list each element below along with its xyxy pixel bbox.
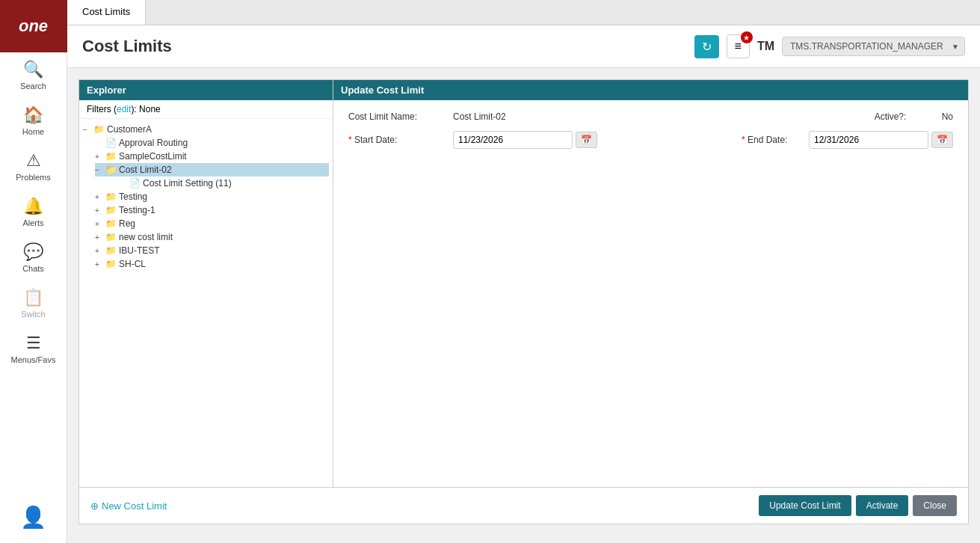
folder-icon: 📁 [93, 124, 105, 135]
sidebar-item-chats[interactable]: 💬 Chats [0, 235, 67, 280]
search-icon: 🔍 [23, 60, 43, 79]
active-value: No [942, 111, 953, 122]
end-date-group: 📅 [809, 131, 953, 149]
new-cost-limit-link[interactable]: ⊕ New Cost Limit [90, 500, 167, 512]
chat-icon: 💬 [23, 242, 43, 262]
folder-icon: 📁 [105, 205, 117, 215]
explorer-panel: Explorer Filters (edit): None − 📁 Custom… [79, 80, 333, 487]
end-date-input[interactable] [809, 131, 928, 149]
sidebar-item-label: Chats [22, 264, 44, 273]
page-header: Cost Limits ↻ ≡ ★ TM TMS.TRANSPORTATION_… [67, 25, 980, 68]
folder-icon: 📁 [105, 165, 117, 175]
app-logo[interactable]: one [0, 0, 67, 52]
filters-edit-link[interactable]: edit [117, 104, 131, 114]
warning-icon: ⚠ [26, 151, 41, 171]
panel-body: Explorer Filters (edit): None − 📁 Custom… [79, 80, 968, 487]
switch-icon: 📋 [23, 288, 43, 307]
form-header: Update Cost Limit [333, 80, 968, 100]
start-date-input[interactable] [453, 131, 573, 149]
tab-bar: Cost Limits [67, 0, 980, 25]
page-title: Cost Limits [82, 37, 694, 56]
form-body: Cost Limit Name: Cost Limit-02 Active?: … [333, 100, 968, 169]
tree-toggle: − [95, 166, 105, 174]
explorer-header: Explorer [79, 80, 333, 100]
tree-toggle: + [95, 206, 105, 215]
plus-icon: ⊕ [90, 500, 99, 512]
content-area: Explorer Filters (edit): None − 📁 Custom… [67, 68, 980, 543]
folder-icon: 📁 [105, 151, 117, 162]
folder-icon: 📁 [105, 232, 117, 242]
tree-item-new-cost-limit[interactable]: + 📁 new cost limit [95, 230, 329, 244]
sidebar-item-menus[interactable]: ☰ Menus/Favs [0, 326, 67, 372]
sidebar: one 🔍 Search 🏠 Home ⚠ Problems 🔔 Alerts … [0, 0, 67, 543]
end-date-calendar-button[interactable]: 📅 [931, 132, 953, 148]
activate-button[interactable]: Activate [856, 495, 909, 516]
refresh-button[interactable]: ↻ [694, 35, 719, 58]
sidebar-item-alerts[interactable]: 🔔 Alerts [0, 189, 67, 235]
sidebar-item-label: Problems [16, 173, 50, 182]
sidebar-item-label: Menus/Favs [11, 355, 56, 364]
footer-buttons: Update Cost Limit Activate Close [759, 495, 957, 516]
tree-item-cost-limit-setting[interactable]: 📄 Cost Limit Setting (11) [119, 177, 329, 190]
panel-footer: ⊕ New Cost Limit Update Cost Limit Activ… [79, 487, 968, 524]
doc-icon: 📄 [129, 178, 141, 188]
active-label: Active?: [875, 111, 934, 122]
main-content: Cost Limits Cost Limits ↻ ≡ ★ TM TMS.TRA… [67, 0, 980, 543]
explorer-tree: − 📁 CustomerA 📄 Approval Routing [79, 119, 333, 487]
header-actions: ↻ ≡ ★ TM TMS.TRANSPORTATION_MANAGER [694, 34, 965, 58]
sidebar-item-user-avatar[interactable]: 👤 [0, 497, 67, 543]
form-row-dates: Start Date: 📅 End Date: 📅 [348, 131, 953, 149]
tree-item-ibu-test[interactable]: + 📁 IBU-TEST [95, 244, 329, 257]
tree-item-cost-limit-02[interactable]: − 📁 Cost Limit-02 [95, 163, 329, 177]
folder-icon: 📁 [105, 191, 117, 202]
sidebar-item-search[interactable]: 🔍 Search [0, 52, 67, 98]
sidebar-item-label: Search [20, 82, 46, 90]
user-avatar-icon: 👤 [20, 505, 46, 530]
tree-toggle: + [95, 247, 105, 255]
logo-text: one [19, 16, 48, 36]
close-button[interactable]: Close [913, 495, 957, 516]
tree-toggle: + [95, 153, 105, 161]
sidebar-item-switch[interactable]: 📋 Switch [0, 280, 67, 326]
tree-item-sample-cost-limit[interactable]: + 📁 SampleCostLimit [95, 150, 329, 163]
user-role-selector-wrap: TMS.TRANSPORTATION_MANAGER [782, 37, 965, 56]
folder-icon: 📁 [105, 245, 117, 256]
user-initials: TM [757, 40, 774, 53]
tree-toggle: + [95, 193, 105, 201]
menu-icon: ☰ [26, 334, 41, 353]
start-date-label: Start Date: [348, 135, 446, 145]
cost-limit-name-value: Cost Limit-02 [453, 111, 506, 122]
folder-icon: 📁 [105, 259, 117, 269]
explorer-filters: Filters (edit): None [79, 100, 333, 119]
sidebar-item-label: Alerts [22, 218, 43, 227]
form-panel: Update Cost Limit Cost Limit Name: Cost … [333, 80, 968, 487]
user-role-selector[interactable]: TMS.TRANSPORTATION_MANAGER [782, 37, 965, 56]
menu-lines-icon: ≡ [735, 40, 742, 52]
tree-item-testing[interactable]: + 📁 Testing [95, 190, 329, 203]
update-cost-limit-button[interactable]: Update Cost Limit [759, 495, 851, 516]
tree-item-reg[interactable]: + 📁 Reg [95, 217, 329, 230]
menu-button[interactable]: ≡ ★ [727, 34, 750, 58]
doc-icon: 📄 [105, 138, 117, 148]
sidebar-item-label: Switch [21, 310, 45, 319]
bell-icon: 🔔 [23, 197, 43, 216]
sidebar-item-problems[interactable]: ⚠ Problems [0, 144, 67, 189]
folder-icon: 📁 [105, 218, 117, 229]
tab-cost-limits[interactable]: Cost Limits [67, 0, 146, 25]
tree-item-sh-cl[interactable]: + 📁 SH-CL [95, 257, 329, 271]
home-icon: 🏠 [23, 105, 43, 125]
sidebar-item-label: Home [22, 127, 44, 136]
sidebar-item-home[interactable]: 🏠 Home [0, 98, 67, 144]
tree-item-approval-routing[interactable]: 📄 Approval Routing [95, 136, 329, 150]
tree-item-testing-1[interactable]: + 📁 Testing-1 [95, 203, 329, 217]
tree-toggle: + [95, 260, 105, 269]
form-row-name-active: Cost Limit Name: Cost Limit-02 Active?: … [348, 111, 953, 122]
start-date-calendar-button[interactable]: 📅 [576, 132, 597, 148]
star-badge: ★ [741, 31, 753, 43]
start-date-group: 📅 [453, 131, 597, 149]
tree-item-customerA[interactable]: − 📁 CustomerA [83, 123, 329, 136]
tree-toggle: − [83, 126, 93, 134]
main-panel: Explorer Filters (edit): None − 📁 Custom… [78, 79, 969, 524]
tree-toggle: + [95, 220, 105, 228]
cost-limit-name-label: Cost Limit Name: [348, 111, 446, 122]
